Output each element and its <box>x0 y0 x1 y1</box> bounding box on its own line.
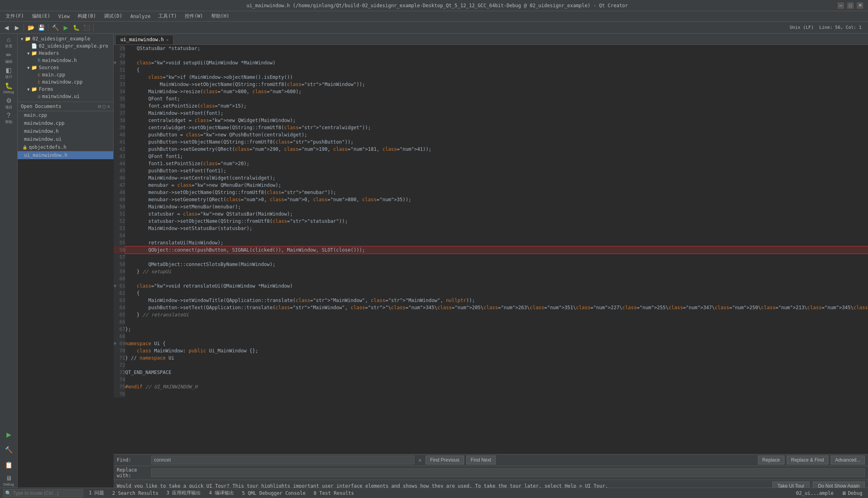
code-content[interactable]: menubar = class="kw">new QMenuBar(MainWi… <box>125 182 868 189</box>
close-button[interactable]: ✕ <box>857 2 863 9</box>
open-doc-main-cpp[interactable]: main.cpp <box>18 111 113 119</box>
replace-input[interactable] <box>151 468 865 477</box>
status-search-results[interactable]: 2 Search Results <box>110 490 161 496</box>
code-content[interactable] <box>125 275 868 282</box>
code-content[interactable]: MainWindow->setStatusBar(statusbar); <box>125 225 868 232</box>
code-content[interactable]: menubar->setGeometry(QRect(class="num">0… <box>125 196 868 203</box>
toolbar-back-button[interactable]: ◀ <box>2 23 11 32</box>
code-content[interactable]: font1.setPointSize(class="num">20); <box>125 160 868 167</box>
code-content[interactable]: QStatusBar *statusbar; <box>125 45 868 52</box>
code-content[interactable]: MainWindow->setMenuBar(menubar); <box>125 203 868 210</box>
expand-icon[interactable]: □ <box>103 104 106 109</box>
code-content[interactable]: QMetaObject::connectSlotsByName(MainWind… <box>125 261 868 268</box>
sidebar-edit-button[interactable]: ✏ 编辑 <box>2 50 16 65</box>
code-content[interactable]: QFont font1; <box>125 153 868 160</box>
tree-item-mainwindow-cpp[interactable]: cmainwindow.cpp <box>18 78 113 86</box>
close-panel-icon[interactable]: ✕ <box>107 104 110 109</box>
sidebar-monitor-button[interactable]: 🖥 Debug <box>2 473 16 488</box>
sidebar-welcome-button[interactable]: ⌂ 欢迎 <box>2 35 16 50</box>
find-input[interactable] <box>151 456 414 464</box>
sidebar-design-button[interactable]: ◧ 设计 <box>2 66 16 80</box>
code-content[interactable]: class MainWindow: public Ui_MainWindow {… <box>125 347 868 354</box>
status-app-output[interactable]: 3 应用程序输出 <box>164 490 203 496</box>
tree-item-mainwindow-ui[interactable]: umainwindow.ui <box>18 93 113 100</box>
sidebar-run-bottom-button[interactable]: ▶ <box>2 428 16 442</box>
maximize-button[interactable]: □ <box>847 2 854 9</box>
code-content[interactable]: statusbar = class="kw">new QStatusBar(Ma… <box>125 210 868 218</box>
code-content[interactable]: pushButton->setFont(font1); <box>125 167 868 174</box>
do-not-show-button[interactable]: Do Not Show Again <box>813 482 865 488</box>
code-content[interactable]: } // setupUi <box>125 268 868 275</box>
toolbar-save-button[interactable]: 💾 <box>36 23 46 32</box>
code-content[interactable]: { <box>125 290 868 297</box>
open-doc-mainwindow-cpp[interactable]: mainwindow.cpp <box>18 119 113 127</box>
tab-close-icon[interactable]: ✕ <box>166 38 168 42</box>
menu-help[interactable]: 帮助(H) <box>207 12 234 20</box>
code-content[interactable]: pushButton->setObjectName(QString::fromU… <box>125 138 868 146</box>
toolbar-forward-button[interactable]: ▶ <box>12 23 22 32</box>
menu-analyze[interactable]: Analyze <box>126 13 155 20</box>
tree-item-02_uidesignr_example[interactable]: ▼📁02_uidesignr_example <box>18 35 113 42</box>
replace-button[interactable]: Replace <box>758 456 784 464</box>
code-content[interactable]: } // retranslateUi <box>125 311 868 318</box>
menu-edit[interactable]: 编辑(E) <box>28 12 54 20</box>
search-bar[interactable]: 🔍 <box>3 489 83 497</box>
code-content[interactable]: class="kw">if (MainWindow->objectName().… <box>125 74 868 81</box>
code-content[interactable]: { <box>125 66 868 74</box>
code-content[interactable]: QFont font; <box>125 95 868 102</box>
toolbar-build-button[interactable]: 🔨 <box>50 23 60 32</box>
open-doc-qobjectdefs-h[interactable]: 🔒qobjectdefs.h <box>18 143 113 151</box>
code-content[interactable]: pushButton->setGeometry(QRect(class="num… <box>125 146 868 153</box>
status-issues[interactable]: 1 问题 <box>86 490 106 496</box>
locate-input[interactable] <box>13 490 77 496</box>
menu-controls[interactable]: 控件(W) <box>181 12 207 20</box>
split-icon[interactable]: ⊟ <box>98 104 101 109</box>
code-content[interactable] <box>125 390 868 398</box>
tree-item-02_uidesignr_example-pro[interactable]: 📄02_uidesignr_example.pro <box>18 42 113 50</box>
minimize-button[interactable]: ─ <box>838 2 844 9</box>
tab-ui-mainwindow[interactable]: ui_mainwindow.h ✕ <box>115 35 174 44</box>
advanced-button[interactable]: Advanced... <box>831 456 865 464</box>
code-content[interactable]: #endif // UI_MAINWINDOW_H <box>125 383 868 390</box>
code-content[interactable]: namespace Ui { <box>125 340 868 347</box>
tree-item-mainwindow-h[interactable]: hmainwindow.h <box>18 57 113 64</box>
code-content[interactable] <box>125 362 868 369</box>
find-next-button[interactable]: Find Next <box>466 456 496 464</box>
find-previous-button[interactable]: Find Previous <box>426 456 464 464</box>
code-content[interactable]: menubar->setObjectName(QString::fromUtf8… <box>125 189 868 196</box>
sidebar-log-button[interactable]: 📋 <box>2 458 16 472</box>
open-doc-mainwindow-h[interactable]: mainwindow.h <box>18 127 113 135</box>
code-content[interactable]: statusbar->setObjectName(QString::fromUt… <box>125 218 868 225</box>
code-content[interactable]: } // namespace Ui <box>125 354 868 362</box>
tree-item-Sources[interactable]: ▼📁Sources <box>18 64 113 71</box>
code-content[interactable]: MainWindow->setObjectName(QString::fromU… <box>125 81 868 88</box>
code-content[interactable]: centralwidget->setObjectName(QString::fr… <box>125 124 868 131</box>
sidebar-build-bottom-button[interactable]: 🔨 <box>2 443 16 457</box>
sidebar-project-button[interactable]: ⚙ 项目 <box>2 96 16 110</box>
code-content[interactable]: QT_END_NAMESPACE <box>125 369 868 376</box>
code-content[interactable]: retranslateUi(MainWindow); <box>125 239 868 246</box>
code-content[interactable]: class="kw">void retranslateUi(QMainWindo… <box>125 282 868 290</box>
code-content[interactable]: class="kw">void setupUi(QMainWindow *Mai… <box>125 59 868 66</box>
menu-debug[interactable]: 调试(D) <box>100 12 126 20</box>
code-content[interactable]: MainWindow->setWindowTitle(QApplication:… <box>125 297 868 304</box>
code-content[interactable]: pushButton = class="kw">new QPushButton(… <box>125 131 868 138</box>
replace-find-button[interactable]: Replace & Find <box>787 456 828 464</box>
toolbar-open-button[interactable]: 📂 <box>26 23 36 32</box>
code-content[interactable] <box>125 333 868 340</box>
menu-build[interactable]: 构建(B) <box>74 12 100 20</box>
code-content[interactable] <box>125 318 868 326</box>
code-content[interactable]: QObject::connect(pushButton, SIGNAL(clic… <box>125 246 868 254</box>
code-content[interactable]: }; <box>125 326 868 333</box>
code-content[interactable] <box>125 254 868 261</box>
code-content[interactable]: font.setPointSize(class="num">15); <box>125 102 868 110</box>
code-content[interactable]: MainWindow->setCentralWidget(centralwidg… <box>125 174 868 182</box>
toolbar-debug-button[interactable]: 🐛 <box>71 23 81 32</box>
take-tour-button[interactable]: Take UI Tour <box>772 482 810 488</box>
tree-item-main-cpp[interactable]: cmain.cpp <box>18 71 113 78</box>
toolbar-run-button[interactable]: ▶ <box>61 23 70 32</box>
code-content[interactable]: MainWindow->resize(class="num">800, clas… <box>125 88 868 95</box>
tree-item-Forms[interactable]: ▼📁Forms <box>18 86 113 93</box>
code-content[interactable] <box>125 376 868 383</box>
code-content[interactable]: centralwidget = class="kw">new QWidget(M… <box>125 117 868 124</box>
